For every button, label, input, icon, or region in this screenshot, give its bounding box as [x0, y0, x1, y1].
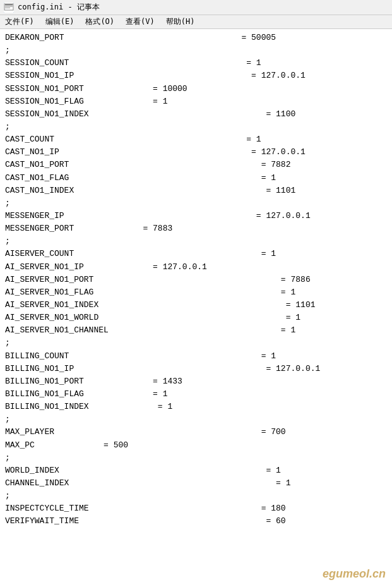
watermark: egumeol.cn — [323, 567, 386, 581]
menu-file[interactable]: 文件(F) — [3, 16, 37, 28]
config-line: AI_SERVER_NO1_CHANNEL = 1 — [5, 324, 387, 337]
config-line: AI_SERVER_NO1_WORLD = 1 — [5, 312, 387, 324]
config-line: BILLING_COUNT = 1 — [5, 350, 387, 363]
config-line: BILLING_NO1_PORT = 1433 — [5, 375, 387, 388]
config-line: MESSENGER_IP = 127.0.0.1 — [5, 210, 387, 222]
config-line: CAST_NO1_PORT = 7882 — [5, 159, 387, 171]
config-line: CAST_NO1_FLAG = 1 — [5, 172, 387, 185]
title-bar: config.ini - 记事本 — [0, 0, 392, 15]
config-line: ; — [5, 490, 387, 502]
config-line: MESSENGER_PORT = 7883 — [5, 222, 387, 235]
config-line: ; — [5, 337, 387, 349]
menu-bar: 文件(F) 编辑(E) 格式(O) 查看(V) 帮助(H) — [0, 15, 392, 29]
config-line: CAST_NO1_INDEX = 1101 — [5, 185, 387, 197]
config-line: ; — [5, 121, 387, 133]
title-icon — [4, 3, 14, 13]
config-line: ; — [5, 44, 387, 57]
config-line: DEKARON_PORT = 50005 — [5, 32, 387, 44]
config-line: BILLING_NO1_IP = 127.0.0.1 — [5, 363, 387, 375]
config-line: AISERVER_COUNT = 1 — [5, 248, 387, 260]
svg-rect-4 — [5, 8, 10, 8]
content-area: DEKARON_PORT = 50005;SESSION_COUNT = 1SE… — [0, 29, 392, 587]
config-line: SESSION_NO1_INDEX = 1100 — [5, 108, 387, 121]
menu-view[interactable]: 查看(V) — [123, 16, 157, 28]
menu-edit[interactable]: 编辑(E) — [43, 16, 77, 28]
config-line: ; — [5, 413, 387, 426]
config-line: WORLD_INDEX = 1 — [5, 464, 387, 477]
config-line: AI_SERVER_NO1_FLAG = 1 — [5, 286, 387, 299]
config-line: ; — [5, 197, 387, 210]
config-line: CAST_COUNT = 1 — [5, 133, 387, 146]
config-line: BILLING_NO1_INDEX = 1 — [5, 401, 387, 413]
config-line: MAX_PLAYER = 700 — [5, 426, 387, 439]
config-line: CAST_NO1_IP = 127.0.0.1 — [5, 146, 387, 159]
svg-rect-2 — [5, 4, 13, 6]
config-line: AI_SERVER_NO1_IP = 127.0.0.1 — [5, 261, 387, 274]
config-line: CHANNEL_INDEX = 1 — [5, 477, 387, 490]
config-line: SESSION_COUNT = 1 — [5, 57, 387, 70]
config-line: SESSION_NO1_PORT = 10000 — [5, 83, 387, 95]
config-line: SESSION_NO1_IP = 127.0.0.1 — [5, 70, 387, 82]
config-line: VERIFYWAIT_TIME = 60 — [5, 515, 387, 528]
menu-help[interactable]: 帮助(H) — [163, 16, 198, 28]
title-text: config.ini - 记事本 — [18, 2, 100, 13]
config-line: SESSION_NO1_FLAG = 1 — [5, 95, 387, 108]
config-line: AI_SERVER_NO1_PORT = 7886 — [5, 274, 387, 286]
config-line: BILLING_NO1_FLAG = 1 — [5, 388, 387, 401]
config-line: ; — [5, 452, 387, 464]
svg-rect-3 — [5, 6, 13, 7]
menu-format[interactable]: 格式(O) — [83, 16, 117, 28]
config-line: ; — [5, 235, 387, 248]
config-line: MAX_PC = 500 — [5, 439, 387, 452]
config-line: INSPECTCYCLE_TIME = 180 — [5, 502, 387, 515]
config-line: AI_SERVER_NO1_INDEX = 1101 — [5, 299, 387, 312]
